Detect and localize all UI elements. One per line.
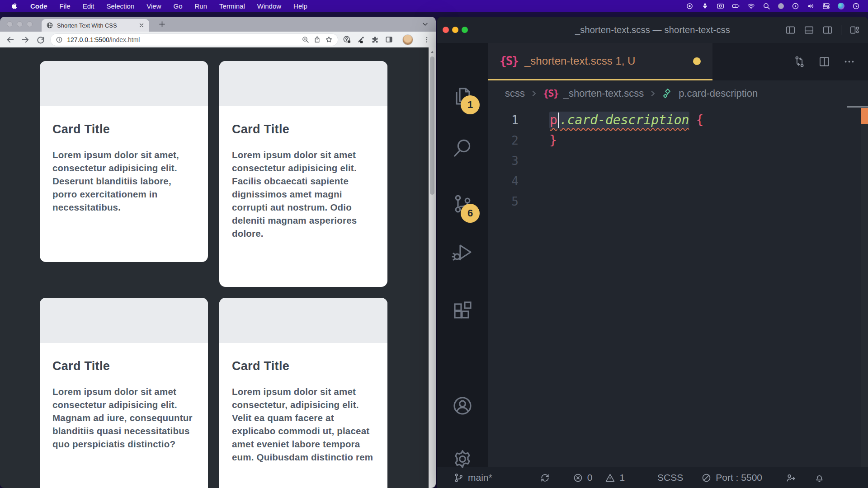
editor-tab-bar: {S} _shorten-text.scss 1, U [488,43,868,80]
zoom-window-button[interactable] [27,21,33,27]
menu-item-selection[interactable]: Selection [107,2,135,10]
vscode-window: _shorten-text.scss — shorten-text-css 1 … [437,17,868,488]
browser-toolbar: 127.0.0.1:5500/index.html [0,32,436,47]
reload-icon[interactable] [36,35,45,44]
feedback-icon[interactable] [786,473,796,483]
unsaved-dot-icon[interactable] [693,57,701,65]
control-center-icon[interactable] [822,2,830,10]
card-description: Lorem ipsum dolor sit amet consectetur a… [232,148,375,240]
menu-item-view[interactable]: View [146,2,161,10]
close-window-button[interactable] [443,27,449,33]
browser-menu-icon[interactable] [423,36,430,43]
explorer-badge[interactable]: 1 [461,95,480,114]
browser-profile-avatar[interactable] [402,34,413,45]
card: Card Title Lorem ipsum dolor sit amet co… [40,298,208,488]
siri-icon[interactable] [838,3,844,9]
code-line[interactable]: 2 } [488,130,868,150]
browser-tab[interactable]: Shorten Text With CSS [42,19,149,32]
line-number: 5 [488,195,533,208]
editor-tab[interactable]: {S} _shorten-text.scss 1, U [488,43,712,80]
menu-item-file[interactable]: File [60,2,71,10]
battery-icon[interactable] [732,2,740,10]
card: Card Title Lorem ipsum dolor sit amet co… [219,298,387,488]
url-text[interactable]: 127.0.0.1:5500/index.html [67,36,297,43]
puzzle-extensions-icon[interactable] [371,35,379,44]
breadcrumb-symbol[interactable]: p.card-description [679,88,758,99]
zoom-in-icon[interactable] [302,36,309,43]
live-server-status[interactable]: Port : 5500 [701,472,762,483]
password-manager-extension-icon[interactable] [343,35,351,44]
errors-status[interactable]: 0 [573,472,593,483]
spotlight-search-icon[interactable] [763,2,770,10]
browser-traffic-lights[interactable] [7,21,33,27]
language-mode-status[interactable]: SCSS [657,472,683,483]
editor-scrollbar[interactable] [861,106,868,467]
play-circle-icon[interactable] [792,2,799,10]
settings-gear-icon[interactable] [452,448,473,470]
zoom-window-button[interactable] [462,27,468,33]
close-window-button[interactable] [7,21,13,27]
bookmark-star-icon[interactable] [325,36,333,43]
tab-close-icon[interactable] [138,22,145,28]
tab-overflow-chevron-icon[interactable] [422,21,429,28]
account-icon[interactable] [452,395,473,417]
customize-layout-icon[interactable] [849,25,860,35]
volume-icon[interactable] [807,2,815,10]
run-debug-icon[interactable] [452,241,473,263]
vscode-traffic-lights[interactable] [443,27,468,33]
code-line[interactable]: 3 [488,150,868,171]
new-tab-icon[interactable] [158,20,166,28]
back-icon[interactable] [6,35,15,44]
toggle-secondary-sidebar-icon[interactable] [822,25,833,35]
scss-file-icon: {S} [543,88,558,99]
site-info-icon[interactable] [56,36,63,43]
toggle-panel-icon[interactable] [804,25,814,35]
minimize-window-button[interactable] [17,21,23,27]
do-not-disturb-icon[interactable] [778,3,784,9]
editor-tab-label[interactable]: _shorten-text.scss 1, U [524,55,635,67]
code-editor[interactable]: 1 p.card-description{ 2 } 3 4 5 [488,106,868,467]
menu-item-terminal[interactable]: Terminal [219,2,245,10]
globe-favicon [46,22,53,29]
open-changes-icon[interactable] [793,56,806,68]
share-icon[interactable] [313,36,321,43]
clock-icon[interactable] [852,2,860,10]
split-editor-icon[interactable] [818,56,830,68]
scrollbar-thumb[interactable] [430,56,434,195]
scroll-up-arrow-icon[interactable] [430,50,434,54]
menu-item-code[interactable]: Code [30,2,47,10]
color-picker-extension-icon[interactable] [357,35,365,44]
rocket-icon[interactable] [701,2,709,10]
circle-slash-icon [701,473,712,483]
breadcrumb-folder[interactable]: scss [505,88,525,99]
breadcrumb-file[interactable]: _shorten-text.scss [563,88,644,99]
menu-item-window[interactable]: Window [257,2,281,10]
record-target-icon[interactable] [686,2,693,10]
menu-item-go[interactable]: Go [174,2,183,10]
search-icon[interactable] [452,137,473,159]
browser-scrollbar[interactable] [429,47,436,488]
address-bar[interactable]: 127.0.0.1:5500/index.html [50,33,338,46]
minimize-window-button[interactable] [452,27,458,33]
more-actions-icon[interactable] [843,56,855,68]
code-line[interactable]: 4 [488,171,868,191]
wifi-icon[interactable] [747,2,755,10]
code-line[interactable]: 1 p.card-description{ [488,110,868,130]
menu-item-run[interactable]: Run [195,2,208,10]
warnings-status[interactable]: 1 [605,472,625,483]
menu-item-edit[interactable]: Edit [83,2,94,10]
screen-record-icon[interactable] [717,2,724,10]
notifications-bell-icon[interactable] [814,473,825,483]
code-line[interactable]: 5 [488,191,868,211]
source-control-badge[interactable]: 6 [461,204,480,223]
apple-menu-icon[interactable] [11,2,18,9]
extensions-icon[interactable] [452,300,473,322]
git-branch-status[interactable]: main* [453,472,492,483]
text-cursor [558,113,559,128]
sync-changes-icon[interactable] [540,473,550,483]
side-panel-icon[interactable] [385,35,393,44]
card: Card Title Lorem ipsum dolor sit amet, c… [40,61,208,262]
menu-item-help[interactable]: Help [293,2,307,10]
toggle-primary-sidebar-icon[interactable] [785,25,796,35]
forward-icon[interactable] [21,35,30,44]
